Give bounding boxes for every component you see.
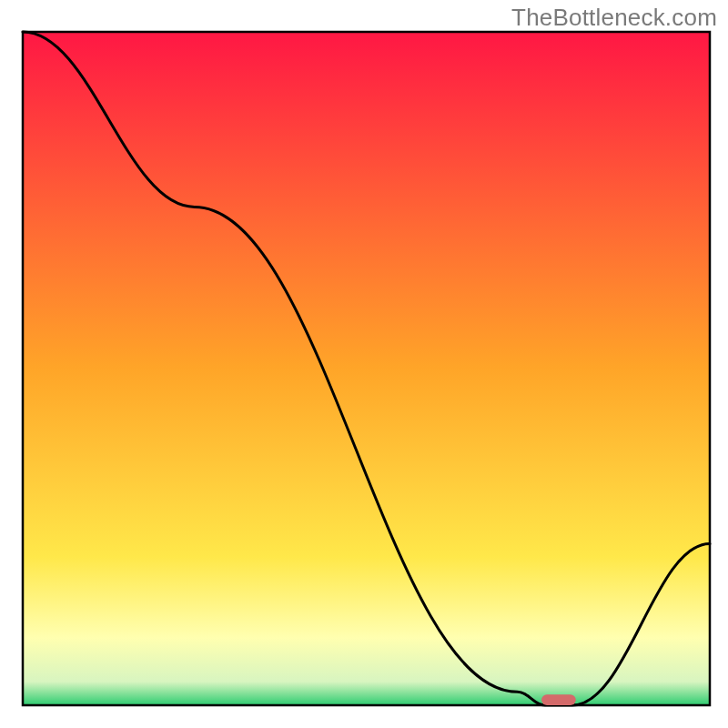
bottleneck-chart (0, 0, 728, 728)
plot-background (23, 32, 710, 705)
optimum-marker (541, 694, 576, 705)
chart-stage: TheBottleneck.com (0, 0, 728, 728)
